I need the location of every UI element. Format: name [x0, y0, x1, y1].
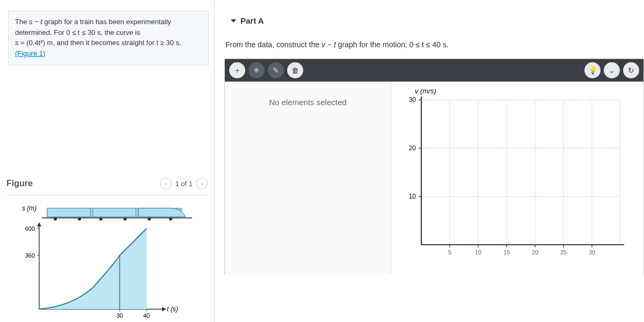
y-axis-label: s (m): [22, 204, 36, 212]
y-tick: 30: [409, 96, 416, 104]
trash-icon: 🗑: [291, 66, 299, 75]
text: graph for the motion;: [336, 40, 409, 49]
y-tick: 10: [409, 193, 416, 200]
redo-icon: ↻: [628, 66, 634, 75]
inequality: 0 ≤ t ≤ 30 s: [66, 28, 100, 36]
svg-point-7: [123, 217, 127, 221]
chevron-down-icon: [231, 19, 236, 23]
inequality: t ≥ 30 s: [156, 39, 179, 47]
inequality: 0 ≤ t ≤ 40 s: [409, 40, 447, 49]
svg-rect-2: [93, 208, 136, 217]
x-axis-label: t (s): [167, 305, 178, 313]
hint-button[interactable]: 💡: [584, 62, 601, 78]
x-tick: 40: [143, 312, 150, 319]
x-tick: 25: [560, 249, 567, 255]
marker-tool-button[interactable]: ✳: [248, 62, 265, 78]
x-tick: 30: [116, 312, 123, 319]
divider: [6, 195, 208, 195]
figure-page-count: 1 of 1: [175, 180, 193, 188]
svg-marker-13: [162, 307, 166, 311]
star-icon: ✳: [253, 66, 260, 75]
y-tick: 20: [409, 144, 416, 152]
figure-pager: ‹ 1 of 1 ›: [160, 178, 208, 189]
part-title: Part A: [240, 16, 264, 25]
x-tick: 30: [589, 249, 595, 255]
text: .: [179, 39, 181, 47]
text: s =: [15, 39, 26, 47]
graph-canvas: + ✳ ✎ 🗑 💡 ⌄ ↻ No elements selected: [224, 58, 644, 275]
chevron-down-icon: ⌄: [609, 66, 615, 75]
v-t-graph-area[interactable]: 30 20 10 5 10 15 20 25: [391, 82, 643, 275]
canvas-selection-panel: No elements selected: [225, 82, 391, 275]
svg-point-9: [169, 217, 172, 221]
problem-statement: The s − t graph for a train has been exp…: [8, 11, 209, 65]
figure-link[interactable]: (Figure 1): [15, 49, 45, 57]
add-tool-button[interactable]: +: [229, 62, 245, 78]
figure-prev-button[interactable]: ‹: [160, 178, 172, 189]
figure-heading: Figure: [6, 179, 33, 188]
x-tick: 15: [503, 249, 510, 255]
x-tick: 20: [532, 249, 538, 255]
reset-button[interactable]: ↻: [623, 62, 639, 78]
text: , and then it becomes straight for: [53, 39, 156, 47]
svg-marker-11: [37, 222, 41, 226]
part-instruction: From the data, construct the v − t graph…: [215, 31, 644, 58]
svg-point-6: [99, 217, 103, 221]
var-s-t: s − t: [29, 18, 42, 26]
text: , the curve is: [101, 28, 141, 36]
text: .: [447, 40, 449, 49]
s-t-graph: 600 360 30 40 s (m) t (s): [10, 202, 192, 322]
y-axis-label: v (m/s): [415, 89, 436, 95]
text: The: [15, 18, 29, 26]
figure-next-button[interactable]: ›: [196, 178, 208, 189]
pencil-icon: ✎: [273, 66, 279, 75]
part-header[interactable]: Part A: [215, 0, 644, 31]
y-tick: 600: [25, 225, 35, 232]
svg-point-5: [78, 217, 81, 221]
delete-tool-button[interactable]: 🗑: [287, 62, 303, 78]
expression: (0.4t²) m: [26, 39, 53, 47]
text: From the data, construct the: [225, 40, 321, 49]
canvas-toolbar: + ✳ ✎ 🗑 💡 ⌄ ↻: [225, 59, 643, 82]
selection-message: No elements selected: [269, 98, 346, 107]
draw-tool-button[interactable]: ✎: [268, 62, 284, 78]
var-v-t: v − t: [321, 40, 336, 49]
svg-point-8: [148, 217, 151, 221]
svg-rect-1: [47, 208, 90, 217]
plus-icon: +: [235, 66, 239, 75]
x-tick: 10: [475, 249, 481, 255]
bulb-icon: 💡: [588, 66, 597, 75]
y-tick: 360: [25, 252, 35, 259]
svg-point-4: [54, 217, 57, 221]
figure-body: 600 360 30 40 s (m) t (s): [0, 199, 214, 322]
x-tick: 5: [448, 249, 451, 255]
more-button[interactable]: ⌄: [604, 62, 620, 78]
